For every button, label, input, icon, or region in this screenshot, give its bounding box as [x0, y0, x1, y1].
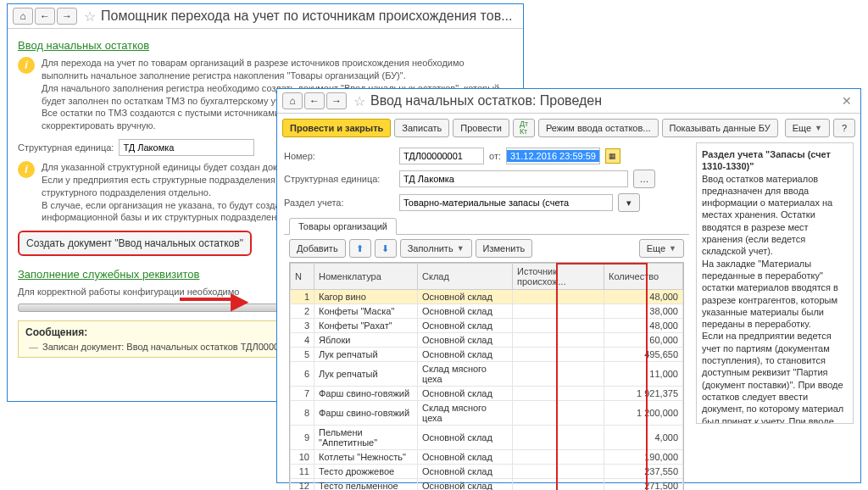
- col-nomenclature[interactable]: Номенклатура: [314, 264, 418, 290]
- more-button[interactable]: Еще▼: [785, 119, 830, 137]
- help-body: Ввод остатков материалов предназначен дл…: [702, 174, 846, 424]
- titlebar-2: ⌂ ← → ☆ Ввод начальных остатков: Проведе…: [277, 89, 860, 114]
- table-row[interactable]: 4ЯблокиОсновной склад60,000: [291, 333, 683, 348]
- struct-unit-input-1[interactable]: [119, 139, 254, 156]
- show-bu-button[interactable]: Показывать данные БУ: [662, 119, 778, 137]
- window-title-1: Помощник перехода на учет по источникам …: [101, 8, 518, 24]
- col-n[interactable]: N: [291, 264, 314, 290]
- table-more-button[interactable]: Еще▼: [639, 239, 684, 258]
- add-row-button[interactable]: Добавить: [289, 239, 346, 258]
- star-icon[interactable]: ☆: [84, 8, 96, 25]
- save-button[interactable]: Записать: [394, 119, 449, 137]
- table-row[interactable]: 1Кагор виноОсновной склад48,000: [291, 290, 683, 304]
- struct-unit-label-2: Структурная единица:: [284, 174, 394, 184]
- titlebar-1: ⌂ ← → ☆ Помощник перехода на учет по ист…: [8, 4, 523, 29]
- post-and-close-button[interactable]: Провести и закрыть: [282, 119, 391, 137]
- table-row[interactable]: 2Конфеты "Маска"Основной склад38,000: [291, 304, 683, 319]
- help-panel: Раздел учета "Запасы (счет 1310-1330)" В…: [696, 142, 854, 424]
- col-quantity[interactable]: Количество: [604, 264, 683, 290]
- table-row[interactable]: 11Тесто дрожжевоеОсновной склад237,550: [291, 465, 683, 479]
- col-source[interactable]: Источник происхож...: [513, 264, 604, 290]
- red-arrow-icon: ▶: [231, 287, 249, 315]
- help-button[interactable]: ?: [833, 119, 855, 137]
- ellipsis-button[interactable]: …: [633, 170, 655, 188]
- info-icon: i: [18, 57, 35, 74]
- home-button[interactable]: ⌂: [282, 92, 303, 109]
- back-button[interactable]: ←: [304, 92, 325, 109]
- number-label: Номер:: [284, 151, 394, 161]
- back-button[interactable]: ←: [35, 8, 55, 25]
- star-icon[interactable]: ☆: [353, 93, 365, 109]
- table-row[interactable]: 9Пельмени "Аппетитные"Основной склад4,00…: [291, 426, 683, 450]
- forward-button[interactable]: →: [57, 8, 77, 25]
- table-row[interactable]: 8Фарш свино-говяжийСклад мясного цеха1 2…: [291, 401, 683, 426]
- initial-balances-window: ⌂ ← → ☆ Ввод начальных остатков: Проведе…: [276, 88, 861, 483]
- struct-unit-input-2[interactable]: [399, 170, 628, 187]
- table-row[interactable]: 12Тесто пельменноеОсновной склад271,500: [291, 479, 683, 491]
- col-store[interactable]: Склад: [418, 264, 513, 290]
- tab-strip: Товары организаций: [284, 217, 689, 235]
- forward-button[interactable]: →: [326, 92, 347, 109]
- table-row[interactable]: 10Котлеты "Нежность"Основной склад190,00…: [291, 450, 683, 465]
- dt-kt-button[interactable]: ДтКт: [513, 119, 535, 137]
- section-dropdown-button[interactable]: ▾: [618, 193, 640, 212]
- table-row[interactable]: 7Фарш свино-говяжийОсновной склад1 921,3…: [291, 387, 683, 401]
- table-toolbar: Добавить ⬆ ⬇ Заполнить▼ Изменить Еще▼: [284, 235, 689, 262]
- close-icon[interactable]: ✕: [838, 94, 855, 108]
- fill-button[interactable]: Заполнить▼: [400, 239, 472, 258]
- calendar-icon[interactable]: ▦: [605, 148, 620, 164]
- main-toolbar: Провести и закрыть Записать Провести ДтК…: [277, 114, 860, 142]
- create-document-button[interactable]: Создать документ "Ввод начальных остатко…: [18, 231, 252, 256]
- section-initial-header: Ввод начальных остатков: [18, 39, 513, 52]
- section-field[interactable]: [399, 194, 613, 211]
- from-label: от:: [489, 151, 501, 161]
- number-field[interactable]: [399, 148, 484, 164]
- table-row[interactable]: 3Конфеты "Рахат"Основной склад48,000: [291, 319, 683, 333]
- edit-button[interactable]: Изменить: [476, 239, 533, 258]
- input-mode-button[interactable]: Режим ввода остатков...: [538, 119, 659, 137]
- section-label: Раздел учета:: [284, 198, 394, 208]
- move-down-button[interactable]: ⬇: [375, 239, 397, 258]
- date-field[interactable]: 31.12.2016 23:59:59: [507, 150, 599, 162]
- move-up-button[interactable]: ⬆: [349, 239, 371, 258]
- help-title: Раздел учета "Запасы (счет 1310-1330)": [702, 149, 831, 171]
- tab-goods[interactable]: Товары организаций: [289, 218, 397, 235]
- home-button[interactable]: ⌂: [13, 8, 33, 25]
- goods-table[interactable]: N Номенклатура Склад Источник происхож..…: [289, 262, 684, 490]
- struct-unit-label-1: Структурная единица:: [18, 142, 114, 153]
- window-title-2: Ввод начальных остатков: Проведен: [370, 93, 838, 109]
- info-icon: i: [18, 161, 35, 178]
- table-row[interactable]: 5Лук репчатыйОсновной склад495,650: [291, 348, 683, 362]
- table-row[interactable]: 6Лук репчатыйСклад мясного цеха11,000: [291, 362, 683, 387]
- post-button[interactable]: Провести: [453, 119, 509, 137]
